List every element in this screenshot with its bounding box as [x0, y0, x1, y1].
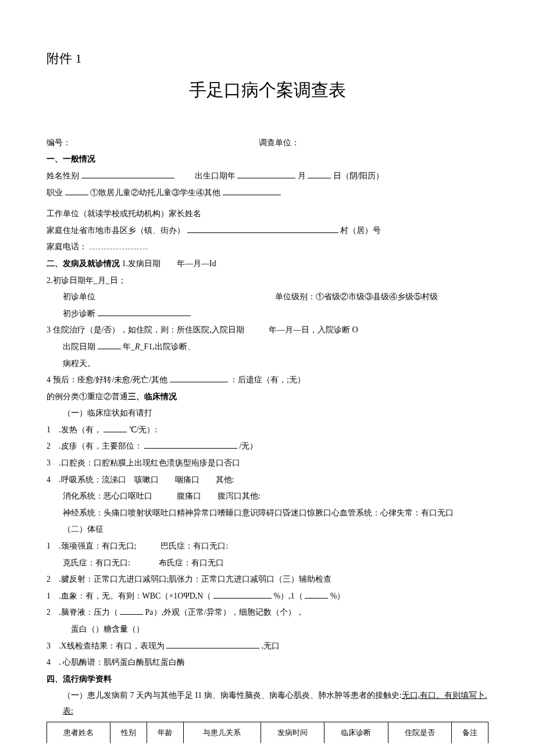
blood-blank1[interactable] [213, 590, 272, 599]
nervous-row: 神经系统：头痛口喷射状呕吐口精神异常口嗜睡口意识障碍口昏迷口惊厥口心血管系统：心… [47, 506, 488, 521]
phone-row: 家庭电话： [47, 239, 488, 255]
section-2-row: 二、发病及就诊情况 1.发病日期 年—月—Id [47, 256, 488, 272]
xray-blank[interactable] [166, 640, 259, 648]
occ-label: 职业 [47, 188, 63, 197]
neck-a: 1 .颈项强直：有口无口; [47, 542, 136, 550]
section-4-head: 四、流行病学资料 [47, 672, 488, 687]
prelim-dx-blank[interactable] [98, 307, 191, 316]
page-title: 手足口病个案调查表 [47, 73, 488, 106]
col-name: 患者姓名 [47, 722, 110, 743]
month-label: 月 [298, 171, 306, 180]
kernig-a: 克氏症：有口无口: [63, 558, 130, 567]
prognosis-pre: 4 预后：痊愈/好转/未愈/死亡/其他 [47, 375, 167, 384]
phone-label: 家庭电话： [47, 242, 87, 251]
rash-suf: /无） [240, 442, 258, 450]
col-sex: 性别 [110, 722, 147, 743]
birth-pre: 出生口期年 [195, 171, 236, 180]
name-sex-label: 姓名性别 [47, 171, 79, 180]
survey-unit-label: 调查单位： [259, 138, 299, 147]
section-1-head: 一、一般情况 [47, 152, 488, 167]
number-label: 编号： [47, 138, 71, 147]
case-class-pre: 的例分类①重症②普通 [47, 392, 128, 401]
csf-row: 2 .脑脊液：压力（ Pa）,外观（正常/异常），细胞记数（个）， [47, 605, 488, 621]
fever-suf: ℃/无）: [129, 425, 158, 434]
csf-pre: 2 .脑脊液：压力（ [47, 608, 118, 617]
addr-pre: 家庭住址省市地市县区乡（镇、街办） [47, 226, 185, 235]
discharge-row: 出院日期 年_R_F1,出院诊断、 [47, 339, 488, 355]
occ-blank[interactable] [65, 187, 88, 195]
contact-pre: （一）患儿发病前 7 天内与其他手足 I1 病、病毒性脑炎、病毒心肌炎、肺水肿等… [63, 691, 402, 700]
col-hosp: 住院是否 [388, 722, 451, 743]
csf-row-2: 蛋白（）糖含量（） [47, 622, 488, 637]
first-unit-label: 初诊单位 [63, 292, 95, 301]
occ-other-blank[interactable] [223, 187, 281, 195]
phone-blank[interactable] [90, 241, 148, 249]
section-2-head: 二、发病及就诊情况 [47, 259, 120, 268]
neck-row: 1 .颈项强直：有口无口; 巴氏症：有口无口: [47, 539, 488, 554]
address-row: 家庭住址省市地市县区乡（镇、街办） 村（居）号 [47, 223, 488, 239]
discharge-pre: 出院日期 [63, 342, 95, 351]
blood-suf: %） [330, 592, 345, 600]
respiratory-row: 4 .呼吸系统：流涕口 咳嗽口 咽痛口 其他: [47, 472, 488, 488]
id-row: 编号： 调查单位： [47, 135, 488, 151]
discharge-blank[interactable] [98, 341, 121, 349]
xray-row: 3 .X线检查结果：有口，表现为 ,无口 [47, 639, 488, 654]
csf-blank[interactable] [120, 606, 143, 615]
blood-blank2[interactable] [305, 590, 328, 599]
unit-level-label: 单位级别：①省级②市级③县级④乡级⑤村级 [275, 292, 438, 301]
sub-1-head: （一）临床症状如有请打 [47, 406, 488, 421]
reflex-row: 2 .腱反射：正常口亢进口减弱口;肌张力：正常口亢进口减弱口（三）辅助检查 [47, 572, 488, 587]
blood-pre: 1 .血象：有，无。有则：WBC（×1OΨD,N（ [47, 592, 211, 600]
hospitalize-row: 3 住院治疗（是/否），如住院，则：所住医院,入院日期 年—月—日，入院诊断 O [47, 323, 488, 338]
attachment-label: 附件 1 [47, 46, 488, 71]
blood-row: 1 .血象：有，无。有则：WBC（×1OΨD,N（ %）,1（ %） [47, 589, 488, 604]
fever-pre: 1 .发热（有， [47, 425, 102, 434]
birth-month-blank[interactable] [308, 170, 331, 178]
first-visit-unit-row: 初诊单位 单位级别：①省级②市级③县级④乡级⑤村级 [47, 289, 488, 305]
rash-pre: 2 .皮疹（有，主要部位： [47, 442, 142, 450]
workunit-row: 工作单位（就读学校或托幼机构）家长姓名 [47, 206, 488, 222]
col-dx: 临床诊断 [324, 722, 388, 743]
stomatitis-row: 3 .口腔炎：口腔粘膜上出现红色溃疡型疱疹是口否口 [47, 456, 488, 471]
fever-blank[interactable] [104, 424, 127, 432]
name-sex-blank[interactable] [81, 170, 174, 178]
birth-year-blank[interactable] [237, 170, 295, 178]
prelim-dx-row: 初步诊断 [47, 306, 488, 322]
onset-date: 1.发病日期 年—月—Id [122, 259, 216, 268]
col-note: 备注 [452, 722, 488, 743]
discharge-mid: 年_R_F1,出院诊断、 [123, 342, 195, 351]
xray-suf: ,无口 [262, 642, 280, 650]
contact-history-row: （一）患儿发病前 7 天内与其他手足 I1 病、病毒性脑炎、病毒心肌炎、肺水肿等… [47, 688, 488, 719]
day-label: 日（阴/阳历） [333, 171, 384, 180]
prelim-dx-label: 初步诊断 [63, 309, 95, 318]
prognosis-suf: ：后遗症（有，;无） [230, 375, 305, 384]
col-age: 年龄 [147, 722, 184, 743]
occ-options: ①散居儿童②幼托儿童③学生④其他 [90, 188, 220, 197]
course-days-row: 病程天。 [47, 356, 488, 372]
addr-suf: 村（居）号 [340, 226, 381, 235]
xray-pre: 3 .X线检查结果：有口，表现为 [47, 642, 165, 650]
contact-table: 患者姓名 性别 年龄 与患儿关系 发病时间 临床诊断 住院是否 备注 [47, 722, 488, 744]
addr-blank[interactable] [187, 224, 338, 233]
first-visit-date: 2.初诊日期年_月_日； [47, 273, 488, 289]
prognosis-row: 4 预后：痊愈/好转/未愈/死亡/其他 ：后遗症（有，;无） [47, 372, 488, 388]
neck-b: 巴氏症：有口无口: [160, 542, 228, 550]
section-3-head: 三、临床情况 [128, 392, 177, 401]
sub-2-head: （二）体征 [47, 522, 488, 538]
prognosis-blank[interactable] [170, 374, 228, 382]
case-class-row: 的例分类①重症②普通三、临床情况 [47, 389, 488, 405]
kernig-b: 布氏症：有口无口 [159, 558, 224, 567]
digestive-row: 消化系统：恶心口呕吐口 腹痛口 腹泻口其他: [47, 489, 488, 504]
occupation-row: 职业 ①散居儿童②幼托儿童③学生④其他 [47, 185, 488, 201]
col-relation: 与患儿关系 [184, 722, 261, 743]
fever-row: 1 .发热（有， ℃/无）: [47, 422, 488, 438]
kernig-row: 克氏症：有口无口: 布氏症：有口无口 [47, 556, 488, 571]
rash-blank[interactable] [144, 440, 237, 449]
blood-mid: %）,1（ [273, 592, 302, 600]
col-onset: 发病时间 [261, 722, 324, 743]
rash-row: 2 .皮疹（有，主要部位： /无） [47, 439, 488, 454]
csf-suf: Pa）,外观（正常/异常），细胞记数（个）， [145, 608, 304, 617]
enzyme-row: 4 . 心肌酶谱：肌钙蛋白酶肌红蛋白酶 [47, 655, 488, 671]
name-sex-row: 姓名性别 出生口期年 月 日（阴/阳历） [47, 169, 488, 184]
